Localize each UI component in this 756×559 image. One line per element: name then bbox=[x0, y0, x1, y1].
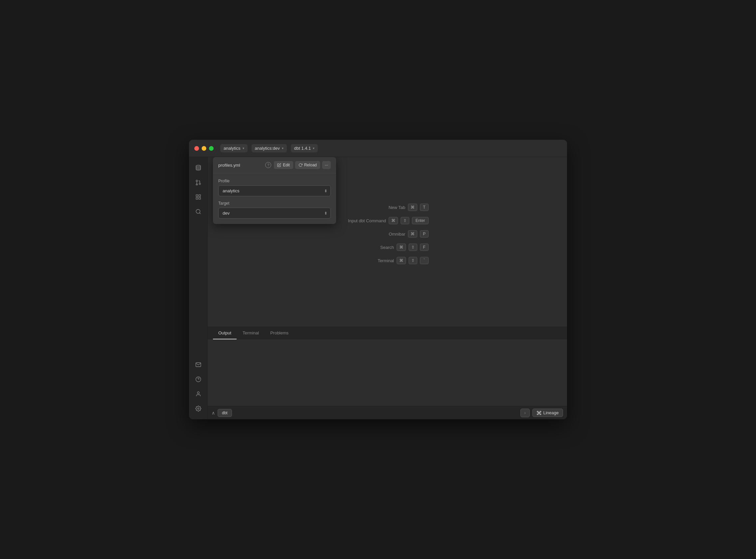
key-shift2: ⇧ bbox=[408, 244, 417, 251]
profile-select-wrapper: analytics ⬍ bbox=[218, 185, 331, 196]
svg-point-9 bbox=[196, 209, 200, 213]
branch-chevron-icon: ▾ bbox=[282, 147, 284, 150]
dbt-chevron-icon: ▾ bbox=[313, 147, 314, 150]
svg-rect-16 bbox=[540, 411, 541, 411]
popup-body: Profile analytics ⬍ Target dev ⬍ bbox=[213, 173, 336, 224]
svg-rect-8 bbox=[196, 198, 198, 199]
shortcut-new-tab-label: New Tab bbox=[365, 205, 405, 210]
dbt-status-button[interactable]: dbt bbox=[218, 409, 232, 417]
sidebar-item-settings[interactable] bbox=[192, 402, 205, 415]
dbt-version-label: dbt 1.4.1 bbox=[294, 146, 311, 151]
key-cmd5: ⌘ bbox=[397, 257, 406, 264]
shortcuts-area: New Tab ⌘ T Input dbt Command ⌘ ⇧ Enter … bbox=[346, 204, 428, 264]
svg-point-13 bbox=[197, 392, 199, 394]
svg-rect-18 bbox=[537, 413, 538, 414]
sidebar-item-git[interactable] bbox=[192, 176, 205, 189]
svg-rect-6 bbox=[199, 195, 200, 196]
lineage-button[interactable]: Lineage bbox=[532, 409, 563, 417]
tab-problems[interactable]: Problems bbox=[265, 327, 294, 339]
sidebar-item-mail[interactable] bbox=[192, 358, 205, 371]
sidebar bbox=[189, 157, 208, 419]
sidebar-item-help[interactable] bbox=[192, 373, 205, 386]
help-icon[interactable]: ? bbox=[265, 162, 271, 168]
profile-select[interactable]: analytics bbox=[218, 185, 331, 196]
traffic-lights bbox=[194, 146, 214, 151]
dbt-version-button[interactable]: dbt 1.4.1 ▾ bbox=[291, 144, 318, 152]
target-field: Target dev ⬍ bbox=[218, 201, 331, 219]
key-cmd3: ⌘ bbox=[408, 230, 417, 238]
svg-rect-7 bbox=[199, 198, 200, 199]
target-label: Target bbox=[218, 201, 331, 206]
edit-icon bbox=[277, 163, 281, 167]
shortcut-dbt-label: Input dbt Command bbox=[346, 218, 386, 223]
panel-tabs: Output Terminal Problems bbox=[208, 327, 567, 339]
popup-title: profiles.yml bbox=[218, 163, 263, 168]
shortcut-dbt-command: Input dbt Command ⌘ ⇧ Enter bbox=[346, 217, 428, 224]
branch-label: analytics:dev bbox=[255, 146, 280, 151]
svg-rect-5 bbox=[196, 195, 198, 196]
bottom-panel: Output Terminal Problems bbox=[208, 327, 567, 406]
key-f: F bbox=[420, 244, 428, 251]
lineage-icon bbox=[537, 410, 541, 415]
target-select-wrapper: dev ⬍ bbox=[218, 208, 331, 219]
sidebar-item-user[interactable] bbox=[192, 387, 205, 401]
tab-output[interactable]: Output bbox=[213, 327, 237, 339]
shortcut-omnibar: Omnibar ⌘ P bbox=[346, 230, 428, 238]
sidebar-bottom bbox=[192, 358, 205, 415]
shortcut-terminal: Terminal ⌘ ⇧ ` bbox=[346, 257, 428, 264]
svg-point-1 bbox=[199, 183, 201, 185]
key-cmd2: ⌘ bbox=[388, 217, 398, 224]
sidebar-item-search[interactable] bbox=[192, 205, 205, 218]
minimize-button[interactable] bbox=[202, 146, 206, 151]
app-chevron-icon: ▾ bbox=[243, 147, 244, 150]
popup-header: profiles.yml ? Edit bbox=[213, 157, 336, 173]
reload-button[interactable]: Reload bbox=[295, 161, 320, 169]
key-cmd: ⌘ bbox=[408, 204, 417, 211]
shortcut-search-label: Search bbox=[354, 245, 394, 250]
statusbar: ∧ dbt › bbox=[208, 406, 567, 419]
key-backtick: ` bbox=[420, 257, 428, 264]
main-layout: profiles.yml ? Edit bbox=[189, 157, 567, 419]
shortcut-omnibar-label: Omnibar bbox=[365, 231, 405, 237]
status-chevron-up-icon[interactable]: ∧ bbox=[212, 410, 215, 416]
lineage-label: Lineage bbox=[543, 410, 559, 415]
status-right: › bbox=[520, 409, 563, 417]
target-select[interactable]: dev bbox=[218, 208, 331, 219]
shortcut-terminal-label: Terminal bbox=[354, 258, 394, 263]
tab-terminal[interactable]: Terminal bbox=[237, 327, 264, 339]
dbt-status-label: dbt bbox=[222, 410, 228, 415]
key-t: T bbox=[420, 204, 428, 211]
shortcut-new-tab: New Tab ⌘ T bbox=[346, 204, 428, 211]
key-p: P bbox=[420, 230, 428, 238]
svg-rect-19 bbox=[540, 413, 541, 414]
shortcut-search: Search ⌘ ⇧ F bbox=[346, 244, 428, 251]
app-window: analytics ▾ analytics:dev ▾ dbt 1.4.1 ▾ bbox=[189, 140, 567, 419]
titlebar: analytics ▾ analytics:dev ▾ dbt 1.4.1 ▾ bbox=[189, 140, 567, 157]
app-name-label: analytics bbox=[224, 146, 241, 151]
popup-actions: Edit Reload ··· bbox=[274, 161, 331, 169]
status-nav-right-button[interactable]: › bbox=[520, 409, 530, 417]
sidebar-item-files[interactable] bbox=[192, 190, 205, 204]
svg-point-14 bbox=[197, 408, 199, 409]
key-enter: Enter bbox=[412, 217, 428, 224]
sidebar-item-database[interactable] bbox=[192, 161, 205, 174]
maximize-button[interactable] bbox=[209, 146, 214, 151]
svg-point-0 bbox=[196, 165, 201, 167]
panel-content bbox=[208, 339, 567, 406]
more-button[interactable]: ··· bbox=[322, 161, 331, 169]
profile-label: Profile bbox=[218, 179, 331, 183]
svg-point-11 bbox=[196, 377, 201, 382]
svg-rect-15 bbox=[537, 411, 538, 411]
reload-label: Reload bbox=[304, 163, 317, 167]
svg-line-10 bbox=[199, 213, 200, 214]
app-menu-button[interactable]: analytics ▾ bbox=[220, 144, 248, 152]
profile-field: Profile analytics ⬍ bbox=[218, 179, 331, 196]
content-area: profiles.yml ? Edit bbox=[208, 157, 567, 419]
branch-menu-button[interactable]: analytics:dev ▾ bbox=[251, 144, 287, 152]
edit-label: Edit bbox=[283, 163, 290, 167]
key-cmd4: ⌘ bbox=[397, 244, 406, 251]
svg-point-2 bbox=[196, 180, 198, 182]
edit-button[interactable]: Edit bbox=[274, 161, 293, 169]
close-button[interactable] bbox=[194, 146, 199, 151]
reload-icon bbox=[298, 163, 303, 167]
